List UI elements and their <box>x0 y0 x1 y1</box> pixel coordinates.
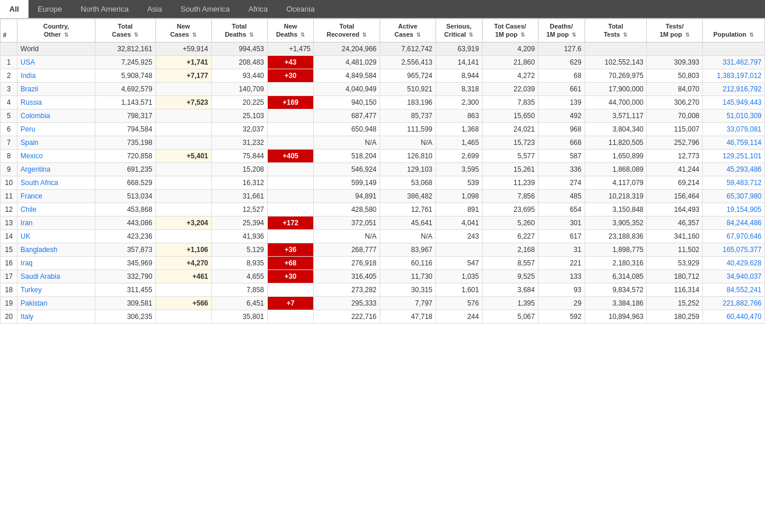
row-tot-cases-per-m: 8,557 <box>482 256 538 269</box>
row-total-recovered: 940,150 <box>314 95 380 109</box>
row-num: 19 <box>1 296 17 310</box>
row-total-deaths: 32,037 <box>211 122 267 136</box>
col-header-deaths-per-m[interactable]: Deaths/1M pop ⇅ <box>538 19 585 42</box>
row-active-cases: 83,967 <box>380 243 435 256</box>
row-active-cases: 47,718 <box>380 310 435 323</box>
row-num: 20 <box>1 310 17 323</box>
row-country[interactable]: Brazil <box>17 82 95 95</box>
row-new-deaths <box>267 189 314 203</box>
row-country[interactable]: Mexico <box>17 149 95 162</box>
row-country[interactable]: Iran <box>17 216 95 229</box>
row-country[interactable]: Russia <box>17 95 95 109</box>
tab-all[interactable]: All <box>0 0 29 18</box>
col-header-serious[interactable]: Serious,Critical ⇅ <box>435 19 482 42</box>
world-tot-cases-per-m: 4,209 <box>482 42 538 55</box>
row-new-cases <box>155 82 211 95</box>
row-country[interactable]: Chile <box>17 203 95 216</box>
row-num: 9 <box>1 162 17 176</box>
row-total-cases: 5,908,748 <box>95 69 155 82</box>
col-header-new-deaths[interactable]: NewDeaths ⇅ <box>267 19 314 42</box>
tab-africa[interactable]: Africa <box>239 0 277 18</box>
covid-table: # Country,Other ⇅ TotalCases ⇅ NewCases … <box>0 19 765 324</box>
col-header-tot-cases-per-m[interactable]: Tot Cases/1M pop ⇅ <box>482 19 538 42</box>
tab-north-america[interactable]: North America <box>72 0 138 18</box>
row-tot-cases-per-m: 21,860 <box>482 55 538 69</box>
table-row: 4Russia1,143,571+7,52320,225+169940,1501… <box>1 95 765 109</box>
tab-europe[interactable]: Europe <box>29 0 72 18</box>
row-country[interactable]: South Africa <box>17 176 95 189</box>
row-country[interactable]: UK <box>17 229 95 243</box>
row-total-tests: 11,820,505 <box>585 136 647 149</box>
row-total-deaths: 4,655 <box>211 269 267 283</box>
tab-south-america[interactable]: South America <box>171 0 239 18</box>
row-deaths-per-m: 221 <box>538 256 585 269</box>
table-row: 16Iraq345,969+4,2708,935+68276,91860,116… <box>1 256 765 269</box>
col-header-active-cases[interactable]: ActiveCases ⇅ <box>380 19 435 42</box>
row-country[interactable]: Italy <box>17 310 95 323</box>
col-header-new-cases[interactable]: NewCases ⇅ <box>155 19 211 42</box>
row-total-tests: 70,269,975 <box>585 69 647 82</box>
row-total-tests: 1,868,089 <box>585 162 647 176</box>
col-header-total-deaths[interactable]: TotalDeaths ⇅ <box>211 19 267 42</box>
col-header-country[interactable]: Country,Other ⇅ <box>17 19 95 42</box>
tab-asia[interactable]: Asia <box>138 0 171 18</box>
row-country[interactable]: USA <box>17 55 95 69</box>
col-header-num[interactable]: # <box>1 19 17 42</box>
row-tot-cases-per-m: 23,695 <box>482 203 538 216</box>
row-num: 10 <box>1 176 17 189</box>
row-new-deaths <box>267 162 314 176</box>
tab-oceania[interactable]: Oceania <box>277 0 324 18</box>
row-country[interactable]: Iraq <box>17 256 95 269</box>
row-total-tests: 6,314,085 <box>585 269 647 283</box>
row-num: 1 <box>1 55 17 69</box>
row-tests-per-m: 11,502 <box>647 243 703 256</box>
row-country[interactable]: Argentina <box>17 162 95 176</box>
world-active-cases: 7,612,742 <box>380 42 435 55</box>
row-serious: 1,098 <box>435 189 482 203</box>
row-active-cases: 45,641 <box>380 216 435 229</box>
row-country[interactable]: Saudi Arabia <box>17 269 95 283</box>
row-deaths-per-m: 661 <box>538 82 585 95</box>
row-total-recovered: 4,040,949 <box>314 82 380 95</box>
row-tests-per-m: 306,270 <box>647 95 703 109</box>
col-header-tests-per-m[interactable]: Tests/1M pop ⇅ <box>647 19 703 42</box>
row-num: 14 <box>1 229 17 243</box>
row-deaths-per-m: 139 <box>538 95 585 109</box>
col-header-total-tests[interactable]: TotalTests ⇅ <box>585 19 647 42</box>
row-active-cases: N/A <box>380 229 435 243</box>
world-num <box>1 42 17 55</box>
row-population: 331,462,797 <box>703 55 765 69</box>
row-country[interactable]: Pakistan <box>17 296 95 310</box>
world-country: World <box>17 42 95 55</box>
col-header-total-cases[interactable]: TotalCases ⇅ <box>95 19 155 42</box>
row-total-deaths: 75,844 <box>211 149 267 162</box>
row-tests-per-m: 84,070 <box>647 82 703 95</box>
row-total-recovered: N/A <box>314 136 380 149</box>
row-country[interactable]: India <box>17 69 95 82</box>
row-total-deaths: 25,394 <box>211 216 267 229</box>
row-total-deaths: 5,129 <box>211 243 267 256</box>
col-header-population[interactable]: Population ⇅ <box>703 19 765 42</box>
row-num: 16 <box>1 256 17 269</box>
row-total-cases: 513,034 <box>95 189 155 203</box>
row-country[interactable]: Bangladesh <box>17 243 95 256</box>
row-country[interactable]: Colombia <box>17 109 95 122</box>
row-active-cases: 126,810 <box>380 149 435 162</box>
row-tests-per-m: 164,493 <box>647 203 703 216</box>
row-serious: 547 <box>435 256 482 269</box>
row-population: 165,075,377 <box>703 243 765 256</box>
row-total-cases: 306,235 <box>95 310 155 323</box>
row-total-deaths: 25,103 <box>211 109 267 122</box>
row-new-cases <box>155 283 211 296</box>
row-active-cases: 183,196 <box>380 95 435 109</box>
row-total-recovered: 687,477 <box>314 109 380 122</box>
row-country[interactable]: France <box>17 189 95 203</box>
row-tests-per-m: 46,357 <box>647 216 703 229</box>
row-country[interactable]: Peru <box>17 122 95 136</box>
row-country[interactable]: Spain <box>17 136 95 149</box>
row-num: 13 <box>1 216 17 229</box>
row-serious: 1,601 <box>435 283 482 296</box>
row-total-deaths: 20,225 <box>211 95 267 109</box>
col-header-total-recovered[interactable]: TotalRecovered ⇅ <box>314 19 380 42</box>
row-country[interactable]: Turkey <box>17 283 95 296</box>
